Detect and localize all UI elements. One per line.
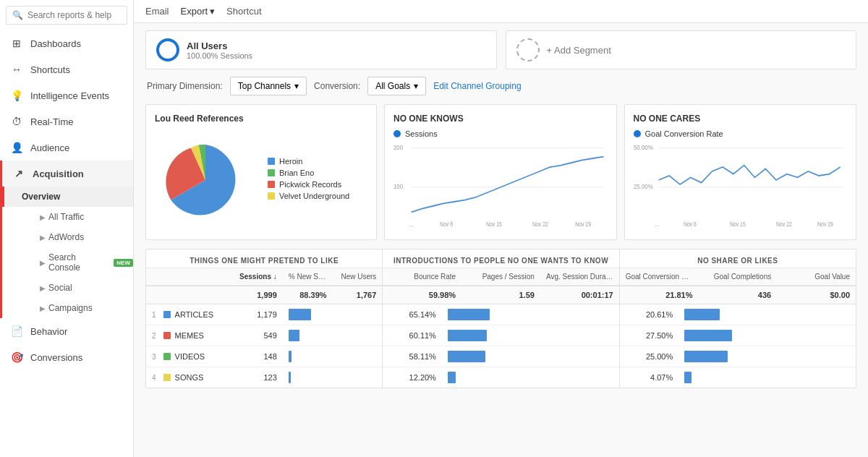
row-sessions: 1,179 bbox=[233, 306, 283, 323]
col-header-goal-rate[interactable]: Goal Conversion Rate bbox=[620, 268, 699, 285]
acquisition-sub-nav: ▶ All Traffic ▶ AdWords ▶ Search Console… bbox=[2, 207, 133, 318]
col-header-sessions[interactable]: Sessions ↓ bbox=[233, 268, 283, 285]
row-goal-rate: 20.61% bbox=[620, 306, 679, 323]
row-bounce-bar-cell bbox=[442, 346, 501, 367]
sidebar-label-realtime: Real-Time bbox=[30, 116, 73, 127]
legend-color-heroin bbox=[268, 158, 275, 165]
sidebar-label-intelligence: Intelligence Events bbox=[30, 90, 109, 101]
edit-channel-link[interactable]: Edit Channel Grouping bbox=[433, 81, 521, 91]
row-color bbox=[163, 353, 171, 360]
svg-text:Nov 15: Nov 15 bbox=[729, 221, 745, 228]
legend-color-velvet bbox=[268, 192, 275, 200]
sidebar-item-shortcuts[interactable]: ↔ Shortcuts bbox=[0, 56, 133, 82]
col-header-bounce[interactable]: Bounce Rate bbox=[383, 268, 461, 285]
row-new-pct-bar-cell bbox=[283, 304, 333, 325]
conversions-icon: 🎯 bbox=[10, 351, 23, 363]
row-goal-rate: 27.50% bbox=[620, 327, 679, 344]
arrow-icon-social: ▶ bbox=[40, 284, 46, 292]
totals-pages: 1.59 bbox=[461, 286, 540, 304]
pages-col-label: Pages / Session bbox=[482, 273, 535, 281]
table-section-1: THINGS ONE MIGHT PRETEND TO LIKE Session… bbox=[146, 249, 383, 388]
arrow-icon-campaigns: ▶ bbox=[40, 304, 46, 312]
sidebar-item-campaigns[interactable]: ▶ Campaigns bbox=[33, 298, 133, 318]
arrow-icon-all-traffic: ▶ bbox=[40, 213, 46, 221]
row-bounce: 12.20% bbox=[383, 369, 442, 386]
row-name-cell: 2 MEMES bbox=[146, 327, 233, 344]
add-segment-box[interactable]: + Add Segment bbox=[506, 30, 857, 69]
pie-chart-title: Lou Reed References bbox=[155, 114, 367, 124]
row-duration bbox=[560, 331, 619, 340]
sidebar-item-all-traffic[interactable]: ▶ All Traffic bbox=[33, 207, 133, 227]
sidebar-item-dashboards[interactable]: ⊞ Dashboards bbox=[0, 30, 133, 56]
all-goals-dropdown[interactable]: All Goals ▾ bbox=[367, 77, 426, 95]
row-new-pct-bar-cell bbox=[283, 346, 333, 367]
section2-title: INTRODUCTIONS TO PEOPLE NO ONE WANTS TO … bbox=[383, 249, 618, 268]
svg-text:...: ... bbox=[655, 221, 659, 228]
sidebar-item-acquisition[interactable]: ↗ Acquisition bbox=[2, 161, 133, 187]
row-value bbox=[796, 331, 856, 340]
table-section-3: NO SHARE OR LIKES Goal Conversion Rate G… bbox=[620, 249, 856, 388]
svg-text:...: ... bbox=[409, 221, 414, 228]
search-input[interactable] bbox=[27, 10, 121, 20]
svg-text:Nov 29: Nov 29 bbox=[817, 221, 833, 228]
sidebar-label-conversions: Conversions bbox=[30, 352, 82, 363]
row-new-users bbox=[333, 331, 383, 340]
col-header-new-sessions[interactable]: % New Sessions bbox=[283, 268, 333, 285]
pie-chart-svg bbox=[155, 129, 256, 231]
svg-text:50.00%: 50.00% bbox=[634, 143, 653, 151]
row-duration bbox=[560, 310, 619, 319]
totals-row-s2: 59.98% 1.59 00:01:17 bbox=[383, 286, 618, 304]
all-goals-chevron-icon: ▾ bbox=[414, 81, 418, 91]
col-header-goal-completions[interactable]: Goal Completions bbox=[698, 268, 777, 285]
top-channels-label: Top Channels bbox=[238, 81, 291, 91]
goal-conv-legend-dot bbox=[634, 130, 641, 137]
svg-text:Nov 22: Nov 22 bbox=[776, 221, 792, 228]
legend-heroin: Heroin bbox=[268, 157, 349, 166]
totals-new-sessions: 88.39% bbox=[283, 286, 333, 304]
all-users-segment[interactable]: All Users 100.00% Sessions bbox=[145, 30, 497, 69]
table-section-2: INTRODUCTIONS TO PEOPLE NO ONE WANTS TO … bbox=[383, 249, 619, 388]
sidebar-item-conversions[interactable]: 🎯 Conversions bbox=[0, 344, 133, 370]
table-rows-s1: 1 ARTICLES 1,179 2 MEMES 549 3 VIDEOS 14… bbox=[146, 304, 382, 388]
email-link[interactable]: Email bbox=[145, 6, 169, 17]
section2-col-headers: Bounce Rate Pages / Session Avg. Session… bbox=[383, 268, 618, 286]
section1-title: THINGS ONE MIGHT PRETEND TO LIKE bbox=[146, 249, 382, 268]
search-box[interactable]: 🔍 bbox=[6, 6, 127, 25]
col-header-duration[interactable]: Avg. Session Duration bbox=[540, 268, 619, 285]
table-rows-s2: 65.14% 60.11% 58.11% 12.20% bbox=[383, 304, 618, 388]
col-header-pages[interactable]: Pages / Session bbox=[461, 268, 540, 285]
table-row: 25.00% bbox=[620, 346, 856, 367]
sidebar-item-behavior[interactable]: 📄 Behavior bbox=[0, 318, 133, 344]
sidebar-overview[interactable]: Overview bbox=[2, 187, 133, 207]
sidebar-item-social[interactable]: ▶ Social bbox=[33, 278, 133, 298]
col-header-goal-value[interactable]: Goal Value bbox=[777, 268, 856, 285]
sidebar-item-search-console[interactable]: ▶ Search Console NEW bbox=[33, 247, 133, 278]
sort-arrow-icon: ↓ bbox=[273, 273, 277, 281]
sidebar-item-adwords[interactable]: ▶ AdWords bbox=[33, 227, 133, 247]
bounce-col-label: Bounce Rate bbox=[414, 273, 456, 281]
table-row: 27.50% bbox=[620, 325, 856, 346]
charts-row: Lou Reed References bbox=[145, 104, 856, 240]
table-rows-s3: 20.61% 27.50% 25.00% 4.07% bbox=[620, 304, 856, 388]
row-label: VIDEOS bbox=[175, 352, 205, 361]
table-row: 4.07% bbox=[620, 367, 856, 388]
sidebar-item-intelligence[interactable]: 💡 Intelligence Events bbox=[0, 82, 133, 108]
table-row: 60.11% bbox=[383, 325, 618, 346]
pie-legend: Heroin Brian Eno Pickwick Records V bbox=[268, 157, 349, 203]
sessions-col-label: Sessions bbox=[239, 273, 271, 281]
row-bounce-bar bbox=[448, 309, 490, 320]
goal-rate-col-label: Goal Conversion Rate bbox=[626, 273, 697, 281]
conversion-label: Conversion: bbox=[314, 81, 360, 91]
export-button[interactable]: Export ▾ bbox=[181, 6, 216, 17]
sub-label-search-console: Search Console bbox=[48, 252, 108, 273]
shortcut-link[interactable]: Shortcut bbox=[226, 6, 261, 17]
row-bounce-bar bbox=[448, 351, 485, 362]
col-header-new-users[interactable]: New Users bbox=[333, 268, 383, 285]
top-channels-dropdown[interactable]: Top Channels ▾ bbox=[230, 77, 307, 95]
sidebar-item-audience[interactable]: 👤 Audience bbox=[0, 134, 133, 161]
sidebar-item-realtime[interactable]: ⏱ Real-Time bbox=[0, 108, 133, 134]
row-name-cell: 3 VIDEOS bbox=[146, 348, 233, 365]
all-goals-label: All Goals bbox=[375, 81, 410, 91]
row-new-pct-bar-cell bbox=[283, 325, 333, 346]
totals-duration: 00:01:17 bbox=[540, 286, 619, 304]
